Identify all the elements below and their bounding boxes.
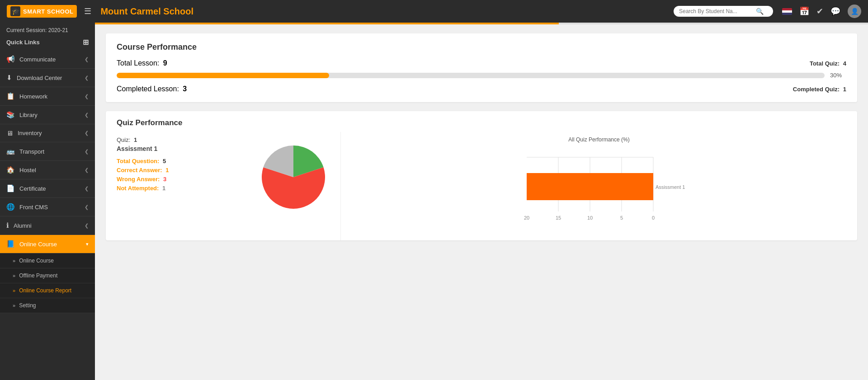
- svg-text:5: 5: [620, 215, 623, 220]
- whatsapp-icon[interactable]: 💬: [830, 6, 840, 16]
- completed-row: Completed Lesson: 3 Completed Quiz: 1: [117, 85, 846, 93]
- sidebar-sub-item-online-course[interactable]: » Online Course: [0, 253, 95, 268]
- not-attempted-stat: Not Attempted: 1: [117, 185, 239, 192]
- avatar[interactable]: 👤: [848, 5, 861, 18]
- sub-arrow-online-course: »: [13, 258, 15, 263]
- sidebar-label-communicate: Communicate: [19, 56, 56, 63]
- communicate-icon: 📢: [6, 55, 15, 63]
- progress-row: 30%: [117, 72, 846, 79]
- sidebar-label-hostel: Hostel: [19, 167, 36, 174]
- homework-icon: 📋: [6, 92, 15, 100]
- sub-label-online-course: Online Course: [19, 258, 54, 264]
- quiz-performance-title: Quiz Performance: [106, 111, 857, 132]
- progress-bar-wrap: [117, 73, 825, 78]
- alumni-icon: ℹ: [6, 221, 9, 230]
- total-lesson-label: Total Lesson: 9: [117, 59, 167, 67]
- sidebar-item-alumni[interactable]: ℹ Alumni ❮: [0, 216, 95, 235]
- search-input[interactable]: [679, 8, 756, 14]
- main-content: Course Performance Total Lesson: 9 Total…: [95, 23, 868, 380]
- quiz-info: Quiz: 1 Assissment 1 Total Question: 5 C…: [117, 136, 239, 194]
- quiz-right: All Quiz Performance (%): [341, 132, 857, 240]
- sidebar-item-communicate[interactable]: 📢 Communicate ❮: [0, 50, 95, 69]
- chevron-hostel: ❮: [85, 167, 89, 173]
- tasks-icon[interactable]: ✔: [816, 6, 823, 16]
- quiz-performance-card: Quiz Performance Quiz: 1 Assissment 1 To…: [106, 111, 857, 240]
- total-quiz-value: 4: [843, 60, 846, 67]
- chevron-download: ❮: [85, 75, 89, 81]
- svg-text:15: 15: [556, 215, 561, 220]
- quiz-left: Quiz: 1 Assissment 1 Total Question: 5 C…: [106, 132, 341, 240]
- sub-label-offline-payment: Offline Payment: [19, 272, 57, 279]
- course-performance-card: Course Performance Total Lesson: 9 Total…: [106, 33, 857, 102]
- sub-arrow-offline-payment: »: [13, 273, 15, 278]
- online-course-icon: 📘: [6, 240, 15, 248]
- sidebar-label-online-course: Online Course: [19, 241, 57, 248]
- front-cms-icon: 🌐: [6, 203, 15, 211]
- progress-bar-fill: [117, 73, 329, 78]
- sidebar-item-online-course[interactable]: 📘 Online Course ▾: [0, 235, 95, 253]
- topbar: 🎓 SMART SCHOOL ☰ Mount Carmel School 🔍 📅…: [0, 0, 868, 23]
- bar-rect: [527, 173, 653, 200]
- quick-links: Quick Links ⊞: [0, 36, 95, 50]
- hamburger-icon[interactable]: ☰: [84, 6, 91, 16]
- sidebar-item-certificate[interactable]: 📄 Certificate ❮: [0, 179, 95, 198]
- session-info: Current Session: 2020-21: [0, 23, 95, 36]
- chevron-front-cms: ❮: [85, 204, 89, 210]
- sidebar-sub-online-course: » Online Course » Offline Payment » Onli…: [0, 253, 95, 313]
- sidebar-item-front-cms[interactable]: 🌐 Front CMS ❮: [0, 198, 95, 216]
- topbar-icons: 📅 ✔ 💬 👤: [782, 5, 861, 18]
- sidebar-sub-item-setting[interactable]: » Setting: [0, 298, 95, 313]
- wrong-answer-stat: Wrong Answer: 3: [117, 176, 239, 183]
- sidebar-label-download: Download Center: [17, 75, 62, 81]
- sidebar-sub-item-offline-payment[interactable]: » Offline Payment: [0, 268, 95, 283]
- logo: 🎓 SMART SCHOOL: [7, 5, 77, 18]
- sidebar-item-homework[interactable]: 📋 Homework ❮: [0, 87, 95, 106]
- layout: Current Session: 2020-21 Quick Links ⊞ 📢…: [0, 23, 868, 380]
- sidebar-label-inventory: Inventory: [18, 130, 42, 136]
- quiz-body: Quiz: 1 Assissment 1 Total Question: 5 C…: [106, 132, 857, 240]
- certificate-icon: 📄: [6, 184, 15, 192]
- sidebar-item-transport[interactable]: 🚌 Transport ❮: [0, 142, 95, 161]
- grid-icon[interactable]: ⊞: [83, 38, 89, 47]
- sidebar-item-inventory[interactable]: 🖥 Inventory ❮: [0, 124, 95, 142]
- sidebar-item-library[interactable]: 📚 Library ❮: [0, 106, 95, 124]
- completed-quiz-value: 1: [843, 86, 846, 93]
- chevron-transport: ❮: [85, 149, 89, 155]
- content-area: Course Performance Total Lesson: 9 Total…: [95, 24, 868, 249]
- total-lesson-value: 9: [163, 59, 167, 67]
- sub-label-online-course-report: Online Course Report: [19, 287, 71, 294]
- sidebar-item-download-center[interactable]: ⬇ Download Center ❮: [0, 69, 95, 87]
- sidebar-label-alumni: Alumni: [14, 222, 32, 229]
- correct-answer-stat: Correct Answer: 1: [117, 167, 239, 174]
- bar-label-text: Assissment 1: [656, 184, 685, 190]
- pie-chart: [257, 141, 330, 213]
- search-icon[interactable]: 🔍: [756, 8, 764, 15]
- logo-icon: 🎓: [10, 6, 20, 16]
- school-name: Mount Carmel School: [100, 6, 668, 17]
- total-quiz-right: Total Quiz: 4: [810, 60, 846, 67]
- hostel-icon: 🏠: [6, 166, 15, 174]
- total-lesson-row: Total Lesson: 9 Total Quiz: 4: [117, 59, 846, 67]
- calendar-icon[interactable]: 📅: [799, 6, 809, 16]
- quiz-assessment-name: Assissment 1: [117, 145, 239, 152]
- sidebar-label-transport: Transport: [19, 148, 44, 155]
- svg-text:20: 20: [524, 215, 529, 220]
- sidebar-label-certificate: Certificate: [19, 185, 46, 192]
- progress-pct-label: 30%: [830, 72, 846, 79]
- chevron-certificate: ❮: [85, 186, 89, 192]
- flag-icon[interactable]: [782, 8, 792, 15]
- sidebar: Current Session: 2020-21 Quick Links ⊞ 📢…: [0, 23, 95, 380]
- chevron-online-course: ▾: [86, 241, 89, 247]
- chevron-inventory: ❮: [85, 130, 89, 136]
- sidebar-item-hostel[interactable]: 🏠 Hostel ❮: [0, 161, 95, 179]
- total-question-stat: Total Question: 5: [117, 158, 239, 164]
- completed-quiz-right: Completed Quiz: 1: [793, 86, 846, 93]
- svg-text:10: 10: [587, 215, 593, 220]
- inventory-icon: 🖥: [6, 129, 13, 137]
- sidebar-sub-item-online-course-report[interactable]: » Online Course Report: [0, 283, 95, 298]
- svg-text:0: 0: [652, 215, 655, 220]
- sidebar-label-front-cms: Front CMS: [19, 204, 48, 211]
- chevron-communicate: ❮: [85, 56, 89, 62]
- chevron-alumni: ❮: [85, 223, 89, 229]
- transport-icon: 🚌: [6, 147, 15, 155]
